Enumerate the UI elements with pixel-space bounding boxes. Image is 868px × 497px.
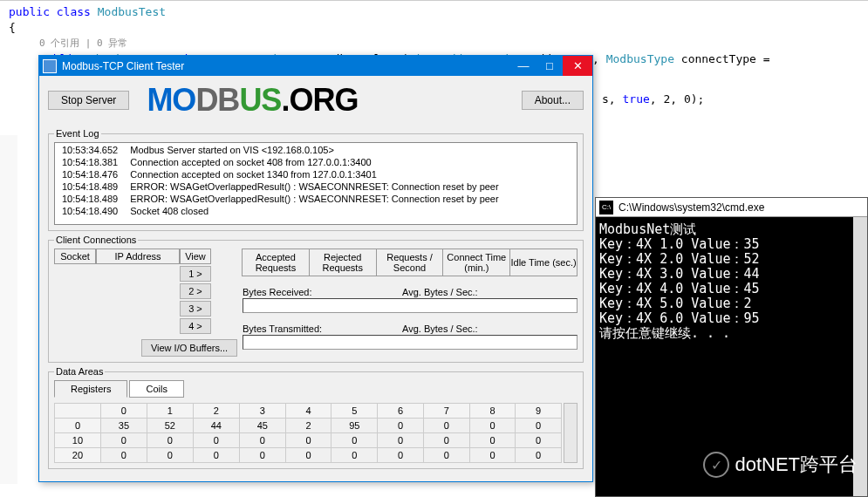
- event-log-list[interactable]: 10:53:34.652Modbus Server started on VIS…: [54, 142, 578, 225]
- titlebar[interactable]: Modbus-TCP Client Tester — □ ✕: [39, 56, 592, 76]
- kw-public: public: [9, 5, 50, 18]
- event-log-row[interactable]: 10:54:18.490Socket 408 closed: [57, 206, 504, 216]
- reg-cell[interactable]: 0: [193, 448, 239, 463]
- reg-col-header: 2: [193, 404, 239, 419]
- reg-cell[interactable]: 0: [285, 448, 331, 463]
- event-log-row[interactable]: 10:54:18.476Connection accepted on socke…: [57, 169, 504, 180]
- tab-coils[interactable]: Coils: [129, 380, 183, 398]
- tab-registers[interactable]: Registers: [54, 380, 127, 398]
- about-button[interactable]: About...: [522, 91, 584, 110]
- event-time: 10:54:18.490: [57, 206, 123, 216]
- close-button[interactable]: ✕: [563, 56, 592, 76]
- codelens-refs: 0 个引用 | 0 异常: [39, 36, 859, 51]
- view-1-button[interactable]: 1 >: [180, 266, 211, 282]
- reg-cell[interactable]: 0: [100, 448, 147, 463]
- logo-part: MO: [147, 82, 195, 119]
- view-io-buffers-button[interactable]: View I/O Buffers...: [141, 339, 237, 357]
- type-modbustest: ModbusTest: [98, 5, 166, 18]
- event-time: 10:53:34.652: [57, 145, 123, 155]
- reg-cell[interactable]: 95: [331, 419, 378, 433]
- reg-cell[interactable]: 0: [424, 448, 470, 463]
- reg-cell[interactable]: 0: [378, 433, 424, 448]
- reg-cell[interactable]: 0: [147, 448, 193, 463]
- reg-cell[interactable]: 0: [469, 448, 516, 463]
- col-socket: Socket: [54, 248, 96, 264]
- bytes-received-label: Bytes Received:: [243, 287, 338, 297]
- event-time: 10:54:18.489: [57, 181, 123, 192]
- bytes-transmitted-label: Bytes Transmitted:: [243, 323, 338, 334]
- stop-server-button[interactable]: Stop Server: [48, 91, 129, 110]
- event-msg: Connection accepted on socket 408 from 1…: [125, 157, 503, 167]
- avg-bytes-sec-label-2: Avg. Bytes / Sec.:: [402, 323, 478, 334]
- event-log-row[interactable]: 10:54:18.381Connection accepted on socke…: [57, 157, 504, 167]
- reg-cell[interactable]: 0: [469, 433, 516, 448]
- reg-col-header: 6: [378, 404, 424, 419]
- reg-cell[interactable]: 0: [516, 433, 562, 448]
- event-msg: Connection accepted on socket 1340 from …: [125, 169, 503, 180]
- table-row[interactable]: 100000000000: [55, 433, 562, 448]
- cmd-line: Key：4X 2.0 Value：52: [599, 251, 760, 267]
- reg-cell[interactable]: 0: [285, 433, 331, 448]
- cmd-line: Key：4X 3.0 Value：44: [599, 266, 760, 282]
- event-log-row[interactable]: 10:54:18.489ERROR: WSAGetOverlappedResul…: [57, 181, 504, 192]
- cmd-titlebar[interactable]: C:\ C:\Windows\system32\cmd.exe: [596, 198, 867, 217]
- reg-cell[interactable]: 0: [239, 433, 285, 448]
- view-2-button[interactable]: 2 >: [180, 283, 211, 299]
- event-time: 10:54:18.381: [57, 157, 123, 167]
- col-accepted: Accepted Requests: [242, 248, 310, 276]
- reg-cell[interactable]: 0: [469, 419, 516, 433]
- registers-table[interactable]: 0123456789035524445295000010000000000020…: [54, 403, 562, 463]
- reg-cell[interactable]: 52: [147, 419, 193, 433]
- watermark-text: dotNET跨平台: [735, 452, 858, 478]
- client-connections-legend: Client Connections: [54, 235, 138, 245]
- reg-cell[interactable]: 0: [516, 448, 562, 463]
- modbus-logo: MODBUS.ORG: [147, 83, 358, 118]
- cmd-title-text: C:\Windows\system32\cmd.exe: [619, 201, 764, 214]
- reg-cell[interactable]: 0: [239, 448, 285, 463]
- bytes-received-bar: [243, 298, 578, 313]
- reg-cell[interactable]: 35: [100, 419, 147, 433]
- modbus-tester-window: Modbus-TCP Client Tester — □ ✕ Stop Serv…: [38, 55, 593, 482]
- reg-cell[interactable]: 0: [516, 419, 562, 433]
- reg-cell[interactable]: 0: [331, 448, 378, 463]
- minimize-button[interactable]: —: [510, 56, 537, 76]
- editor-margin: [0, 135, 17, 484]
- cmd-line: Key：4X 1.0 Value：35: [599, 236, 760, 252]
- maximize-button[interactable]: □: [537, 56, 563, 76]
- registers-scrollbar[interactable]: [564, 403, 578, 463]
- cmd-icon: C:\: [599, 201, 613, 214]
- event-log-legend: Event Log: [54, 128, 101, 139]
- reg-cell[interactable]: 0: [193, 433, 239, 448]
- reg-cell[interactable]: 0: [147, 433, 193, 448]
- data-areas-group: Data Areas Registers Coils 0123456789035…: [48, 366, 584, 469]
- reg-cell[interactable]: 0: [424, 433, 470, 448]
- event-msg: Modbus Server started on VIS <192.168.0.…: [125, 145, 503, 155]
- reg-cell[interactable]: 44: [193, 419, 239, 433]
- view-3-button[interactable]: 3 >: [180, 301, 211, 317]
- param: connectType =: [681, 52, 770, 65]
- reg-cell[interactable]: 45: [239, 419, 285, 433]
- col-idle-time: Idle Time (sec.): [509, 248, 578, 276]
- logo-part: .ORG: [281, 82, 358, 119]
- reg-cell[interactable]: 2: [285, 419, 331, 433]
- col-ipaddress: IP Address: [96, 248, 180, 264]
- event-msg: Socket 408 closed: [125, 206, 503, 216]
- event-log-row[interactable]: 10:53:34.652Modbus Server started on VIS…: [57, 145, 504, 155]
- event-log-row[interactable]: 10:54:18.489ERROR: WSAGetOverlappedResul…: [57, 194, 504, 204]
- cmd-line: ModbusNet测试: [599, 221, 696, 237]
- view-4-button[interactable]: 4 >: [180, 318, 211, 334]
- watermark: ✓ dotNET跨平台: [703, 452, 858, 478]
- cmd-line: Key：4X 6.0 Value：95: [599, 310, 760, 326]
- data-areas-legend: Data Areas: [54, 366, 105, 377]
- reg-cell[interactable]: 0: [100, 433, 147, 448]
- table-row[interactable]: 200000000000: [55, 448, 562, 463]
- reg-cell[interactable]: 0: [424, 419, 470, 433]
- table-row[interactable]: 0355244452950000: [55, 419, 562, 433]
- reg-cell[interactable]: 0: [331, 433, 378, 448]
- reg-cell[interactable]: 0: [378, 419, 424, 433]
- kw-class: class: [57, 5, 91, 18]
- reg-row-header: 20: [55, 448, 101, 463]
- col-rps: Requests / Second: [376, 248, 444, 276]
- reg-cell[interactable]: 0: [378, 448, 424, 463]
- reg-col-header: 9: [516, 404, 562, 419]
